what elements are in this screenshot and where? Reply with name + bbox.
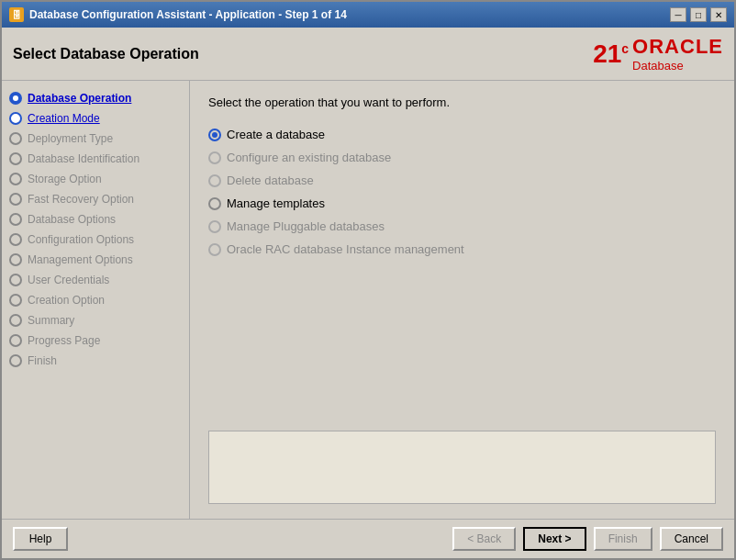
sidebar-circle-fast-recovery-option bbox=[9, 193, 22, 206]
sidebar-label-summary: Summary bbox=[28, 314, 74, 327]
title-bar-left: 🗄 Database Configuration Assistant - App… bbox=[9, 7, 347, 22]
sidebar-label-configuration-options: Configuration Options bbox=[28, 233, 134, 246]
sidebar-item-progress-page: Progress Page bbox=[2, 330, 189, 351]
sidebar-label-database-operation: Database Operation bbox=[28, 92, 131, 105]
main-content: Database Operation Creation Mode Deploym… bbox=[2, 81, 734, 519]
title-bar: 🗄 Database Configuration Assistant - App… bbox=[2, 2, 734, 28]
bottom-right: < Back Next > Finish Cancel bbox=[452, 527, 723, 551]
radio-manage-pluggable bbox=[208, 220, 221, 233]
sidebar-item-summary: Summary bbox=[2, 310, 189, 330]
app-icon: 🗄 bbox=[9, 7, 24, 22]
radio-configure-existing bbox=[208, 151, 221, 164]
sidebar-label-user-credentials: User Credentials bbox=[28, 274, 109, 286]
radio-label-configure-existing: Configure an existing database bbox=[227, 151, 391, 164]
sidebar-item-deployment-type: Deployment Type bbox=[2, 129, 189, 149]
close-button[interactable]: ✕ bbox=[710, 7, 727, 22]
main-window: 🗄 Database Configuration Assistant - App… bbox=[0, 0, 736, 560]
header-bar: Select Database Operation 21c ORACLE Dat… bbox=[2, 28, 734, 81]
sidebar-item-creation-mode[interactable]: Creation Mode bbox=[2, 108, 189, 129]
oracle-text: ORACLE Database bbox=[632, 35, 723, 73]
sidebar-label-database-identification: Database Identification bbox=[28, 152, 139, 165]
sidebar-label-finish: Finish bbox=[28, 354, 57, 367]
sidebar-circle-creation-mode bbox=[9, 112, 22, 125]
sidebar-item-user-credentials: User Credentials bbox=[2, 270, 189, 290]
sidebar-circle-summary bbox=[9, 314, 22, 327]
sidebar-circle-user-credentials bbox=[9, 274, 22, 286]
radio-label-delete-database: Delete database bbox=[227, 174, 314, 187]
sidebar-circle-progress-page bbox=[9, 334, 22, 347]
sidebar-item-storage-option: Storage Option bbox=[2, 169, 189, 189]
radio-delete-database bbox=[208, 174, 221, 187]
instruction-text: Select the operation that you want to pe… bbox=[208, 95, 716, 109]
sidebar-item-database-options: Database Options bbox=[2, 209, 189, 230]
back-button[interactable]: < Back bbox=[452, 527, 516, 551]
window-controls: ─ □ ✕ bbox=[670, 7, 727, 22]
sidebar-item-finish: Finish bbox=[2, 351, 189, 371]
sidebar-label-progress-page: Progress Page bbox=[28, 334, 100, 347]
help-button[interactable]: Help bbox=[13, 527, 68, 551]
page-title: Select Database Operation bbox=[13, 46, 199, 62]
sidebar-item-database-identification: Database Identification bbox=[2, 149, 189, 169]
maximize-button[interactable]: □ bbox=[690, 7, 707, 22]
radio-item-create-database[interactable]: Create a database bbox=[208, 128, 716, 141]
svg-point-0 bbox=[13, 95, 18, 101]
sidebar-circle-database-options bbox=[9, 213, 22, 226]
bottom-bar: Help < Back Next > Finish Cancel bbox=[2, 519, 734, 558]
sidebar-item-database-operation[interactable]: Database Operation bbox=[2, 88, 189, 108]
radio-label-manage-templates: Manage templates bbox=[227, 196, 325, 210]
finish-button[interactable]: Finish bbox=[594, 527, 652, 551]
sidebar-label-storage-option: Storage Option bbox=[28, 173, 102, 185]
description-box bbox=[208, 431, 716, 504]
sidebar-item-management-options: Management Options bbox=[2, 250, 189, 270]
oracle-logo: 21c ORACLE Database bbox=[593, 35, 723, 73]
sidebar-label-creation-mode: Creation Mode bbox=[28, 112, 100, 125]
radio-label-create-database: Create a database bbox=[227, 128, 325, 141]
sidebar-label-fast-recovery-option: Fast Recovery Option bbox=[28, 193, 134, 206]
sidebar-circle-finish bbox=[9, 354, 22, 367]
radio-label-manage-pluggable: Manage Pluggable databases bbox=[227, 219, 385, 233]
sidebar-circle-management-options bbox=[9, 253, 22, 266]
oracle-db-label: Database bbox=[632, 59, 684, 73]
sidebar-item-fast-recovery-option: Fast Recovery Option bbox=[2, 189, 189, 209]
sidebar-label-deployment-type: Deployment Type bbox=[28, 132, 113, 145]
oracle-version: 21c bbox=[593, 39, 629, 69]
radio-oracle-rac bbox=[208, 243, 221, 256]
radio-item-manage-pluggable: Manage Pluggable databases bbox=[208, 219, 716, 233]
radio-label-oracle-rac: Oracle RAC database Instance management bbox=[227, 242, 464, 256]
minimize-button[interactable]: ─ bbox=[670, 7, 686, 22]
sidebar-label-management-options: Management Options bbox=[28, 253, 133, 266]
oracle-name: ORACLE bbox=[632, 35, 723, 59]
content-area: Select the operation that you want to pe… bbox=[190, 81, 734, 519]
radio-group: Create a database Configure an existing … bbox=[208, 128, 716, 256]
radio-item-oracle-rac: Oracle RAC database Instance management bbox=[208, 242, 716, 256]
sidebar-label-database-options: Database Options bbox=[28, 213, 116, 226]
sidebar-label-creation-option: Creation Option bbox=[28, 294, 105, 307]
sidebar-circle-database-identification bbox=[9, 152, 22, 165]
sidebar-item-configuration-options: Configuration Options bbox=[2, 230, 189, 250]
next-button[interactable]: Next > bbox=[523, 527, 585, 551]
radio-item-configure-existing: Configure an existing database bbox=[208, 151, 716, 164]
cancel-button[interactable]: Cancel bbox=[660, 527, 723, 551]
radio-manage-templates[interactable] bbox=[208, 197, 221, 210]
sidebar-circle-deployment-type bbox=[9, 132, 22, 145]
radio-create-database[interactable] bbox=[208, 129, 221, 141]
radio-item-manage-templates[interactable]: Manage templates bbox=[208, 196, 716, 210]
sidebar-circle-database-operation bbox=[9, 92, 22, 105]
window-title: Database Configuration Assistant - Appli… bbox=[29, 8, 347, 21]
radio-item-delete-database: Delete database bbox=[208, 174, 716, 187]
sidebar-circle-creation-option bbox=[9, 294, 22, 307]
bottom-left: Help bbox=[13, 527, 68, 551]
sidebar-item-creation-option: Creation Option bbox=[2, 290, 189, 310]
sidebar: Database Operation Creation Mode Deploym… bbox=[2, 81, 190, 519]
sidebar-circle-configuration-options bbox=[9, 233, 22, 246]
sidebar-circle-storage-option bbox=[9, 173, 22, 185]
